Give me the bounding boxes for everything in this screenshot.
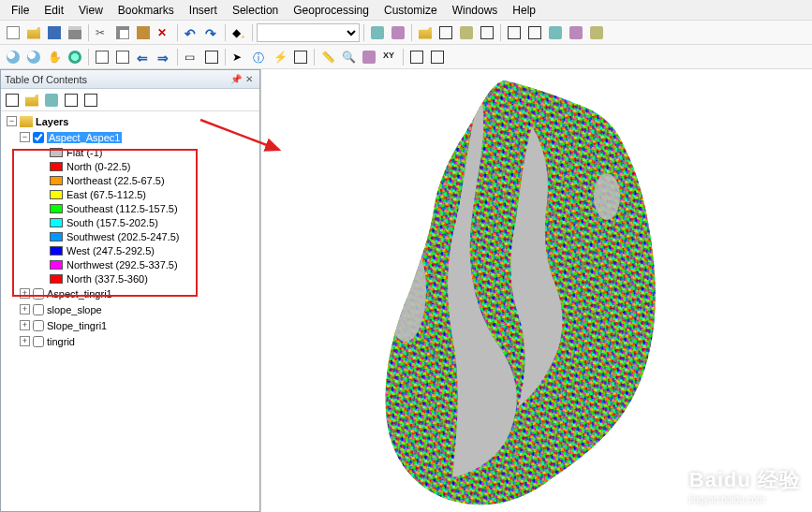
add-data-button[interactable]: ◆+ [229,23,248,42]
print-button[interactable] [66,23,84,42]
cut-icon: ✂ [96,26,109,39]
layer-row[interactable]: + slope_slope [1,301,259,317]
options-button[interactable] [81,91,100,110]
create-viewer-button[interactable] [428,48,447,66]
new-button[interactable] [4,23,22,42]
measure-button[interactable]: 📏 [318,48,337,66]
scale-dropdown[interactable] [257,23,360,42]
toolbox-button[interactable] [389,23,407,42]
next-extent-button[interactable]: ⇒ [155,48,173,66]
tb2-button[interactable] [587,23,606,42]
editor-toolbar-button[interactable] [368,23,387,42]
menu-edit[interactable]: Edit [37,2,71,19]
pan-button[interactable]: ✋ [45,48,64,66]
print-icon [68,26,81,39]
find-route-button[interactable] [360,48,378,66]
time-slider-button[interactable] [407,48,426,66]
html-popup-button[interactable] [291,48,310,66]
zoom-out-button[interactable] [24,48,43,66]
menu-customize[interactable]: Customize [376,2,445,19]
list-by-source-button[interactable] [22,91,41,110]
options-icon [84,94,97,107]
menu-file[interactable]: File [4,2,37,19]
identify-button[interactable]: ⓘ [250,48,269,66]
search-button[interactable] [436,23,455,42]
toc-toolbar [1,89,259,111]
layer-visibility-checkbox[interactable] [33,132,44,143]
menu-windows[interactable]: Windows [445,2,506,19]
legend-label: North (0-22.5) [66,161,130,172]
modelbuilder-button[interactable] [505,23,524,42]
menu-view[interactable]: View [71,2,111,19]
separator [225,49,226,66]
arctoolbox-button[interactable] [457,23,476,42]
list-by-selection-button[interactable] [62,91,81,110]
catalog-button[interactable] [416,23,435,42]
legend-item: South (157.5-202.5) [1,215,259,229]
zoom-in-button[interactable] [4,48,22,66]
separator [411,24,412,41]
expander-icon[interactable]: + [20,336,30,346]
layer-visibility-checkbox[interactable] [33,288,44,300]
menu-geoprocessing[interactable]: Geoprocessing [286,2,376,19]
legend-label: South (157.5-202.5) [66,217,158,228]
goto-xy-button[interactable]: XY [380,48,399,66]
hyperlink-button[interactable]: ⚡ [271,48,289,66]
expander-icon[interactable]: − [20,132,30,142]
prev-extent-button[interactable]: ⇐ [134,48,153,66]
separator [314,49,315,66]
folder-open-icon [27,26,40,39]
menu-help[interactable]: Help [505,2,543,19]
list-selection-icon [65,94,78,107]
map-view[interactable]: Baidu 经验 jingyan.baidu.com [260,69,812,512]
fixed-zoom-out-button[interactable] [113,48,132,66]
results-button[interactable] [525,23,544,42]
swatch-icon [50,190,63,199]
list-by-drawing-order-button[interactable] [3,91,22,110]
redo-button[interactable]: ↷ [202,23,221,42]
layer-row[interactable]: + Aspect_tingri1 [1,285,259,301]
find-button[interactable]: 🔍 [339,48,358,66]
layer-row[interactable]: + Slope_tingri1 [1,317,259,333]
select-features-button[interactable]: ▭ [182,48,200,66]
menu-selection[interactable]: Selection [225,2,286,19]
layer-label: Aspect_Aspec1 [47,132,122,143]
layer-visibility-checkbox[interactable] [33,304,44,315]
expander-icon[interactable]: + [20,288,30,299]
layer-row-aspect-aspec1[interactable]: − Aspect_Aspec1 [1,129,259,145]
separator [500,24,501,41]
layer-visibility-checkbox[interactable] [33,320,44,331]
toc-tree[interactable]: − Layers − Aspect_Aspec1 Flat (-1) North… [1,111,259,511]
layers-root-row[interactable]: − Layers [1,113,259,129]
list-by-visibility-button[interactable] [42,91,61,110]
fixed-zoom-in-button[interactable] [93,48,111,66]
expander-icon[interactable]: + [20,320,30,330]
add-data-icon: ◆+ [232,26,245,39]
expander-icon[interactable]: + [20,304,30,315]
expander-icon[interactable]: − [7,116,17,126]
full-extent-button[interactable] [66,48,84,66]
pin-icon[interactable]: 📌 [229,73,243,86]
close-icon[interactable]: ✕ [243,73,256,86]
paste-button[interactable] [134,23,153,42]
undo-button[interactable]: ↶ [182,23,200,42]
delete-button[interactable]: ✕ [155,23,173,42]
env-button[interactable] [546,23,565,42]
menu-bar: File Edit View Bookmarks Insert Selectio… [0,0,812,21]
open-button[interactable] [24,23,43,42]
menu-insert[interactable]: Insert [182,2,225,19]
legend-label: North (337.5-360) [66,273,148,285]
cut-button[interactable]: ✂ [93,23,111,42]
python-button[interactable] [478,23,496,42]
pointer-button[interactable]: ➤ [229,48,248,66]
menu-bookmarks[interactable]: Bookmarks [111,2,182,19]
save-button[interactable] [45,23,64,42]
layer-label: Slope_tingri1 [47,320,107,331]
toc-titlebar: Table Of Contents 📌 ✕ [1,70,259,89]
hyperlink-icon: ⚡ [273,51,287,64]
copy-button[interactable] [113,23,132,42]
layer-visibility-checkbox[interactable] [33,336,44,347]
clear-selection-button[interactable] [202,48,221,66]
tb-button[interactable] [567,23,585,42]
layer-row[interactable]: + tingrid [1,333,259,349]
